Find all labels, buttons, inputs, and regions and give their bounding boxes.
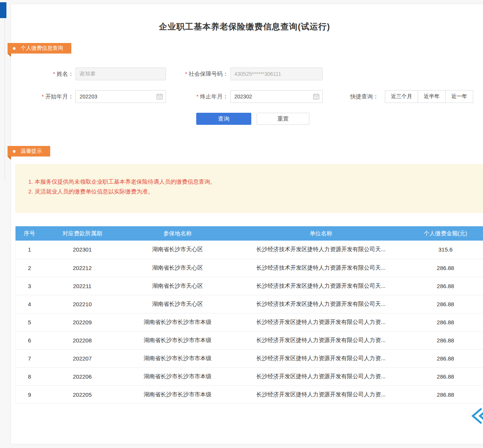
table-cell: 1 [15, 241, 44, 259]
section-badge-label: 个人缴费信息查询 [21, 45, 63, 52]
table-row: 6202208湖南省长沙市长沙市市本级长沙经济开发区捷特人力资源开发有限公司人力… [15, 331, 483, 349]
table-cell: 长沙经济开发区捷特人力资源开发有限公司人力资... [234, 367, 408, 385]
table-cell: 湖南省长沙市天心区 [121, 259, 234, 277]
double-chevron-left-icon[interactable] [470, 407, 483, 425]
table-cell: 2 [15, 259, 44, 277]
quick-last-half-year-button[interactable]: 近半年 [418, 90, 446, 103]
required-marker: * [185, 71, 187, 77]
table-cell: 湖南省长沙市长沙市市本级 [121, 367, 234, 385]
table-cell: 286.88 [408, 367, 483, 385]
table-cell: 3 [15, 277, 44, 295]
table-header-cell: 序号 [15, 226, 44, 241]
table-cell: 286.88 [408, 331, 483, 349]
table-row: 9202205湖南省长沙市长沙市市本级长沙经济开发区捷特人力资源开发有限公司人力… [15, 385, 483, 404]
end-month-label-text: 终止年月： [200, 93, 228, 100]
badge-bullet-icon [13, 47, 15, 50]
table-cell: 长沙经济技术开发区捷特人力资源开发有限公司天... [234, 295, 408, 313]
table-cell: 202206 [44, 367, 121, 385]
payment-table: 序号对应费款所属期参保地名称单位名称个人缴费金额(元) 1202301湖南省长沙… [15, 226, 483, 404]
table-cell: 湖南省长沙市天心区 [121, 277, 234, 295]
table-header-cell: 个人缴费金额(元) [408, 226, 483, 241]
table-cell: 5 [15, 313, 44, 331]
end-month-label: *终止年月： [166, 90, 228, 103]
required-marker: * [42, 94, 44, 100]
table-row: 2202212湖南省长沙市天心区长沙经济技术开发区捷特人力资源开发有限公司天..… [15, 259, 483, 277]
tip-line: 2. 灵活就业人员的缴费单位信息以实际缴费为准。 [28, 187, 483, 196]
table-cell: 8 [15, 367, 44, 385]
calendar-icon[interactable] [156, 93, 163, 100]
section-badge-label: 温馨提示 [21, 148, 42, 155]
start-month-input[interactable] [75, 90, 166, 103]
table-cell: 7 [15, 349, 44, 367]
table-header-cell: 对应费款所属期 [44, 226, 121, 241]
table-cell: 202211 [44, 277, 121, 295]
table-cell: 湖南省长沙市长沙市市本级 [121, 349, 234, 367]
table-row: 1202301湖南省长沙市天心区长沙经济技术开发区捷特人力资源开发有限公司天..… [15, 241, 483, 259]
quick-query-group: 近三个月 近半年 近一年 [385, 90, 473, 103]
start-month-label: *开始年月： [32, 90, 74, 103]
table-cell: 202205 [44, 385, 121, 404]
ssn-label-text: 社会保障号码： [189, 71, 228, 77]
page: 企业职工基本养老保险缴费信息查询(试运行) 个人缴费信息查询 *姓名： *社会保… [0, 0, 483, 448]
badge-bullet-icon [13, 150, 15, 153]
required-marker: * [53, 71, 55, 77]
table-cell: 湖南省长沙市长沙市市本级 [121, 313, 234, 331]
name-label: *姓名： [32, 68, 74, 80]
table-row: 4202210湖南省长沙市天心区长沙经济技术开发区捷特人力资源开发有限公司天..… [15, 295, 483, 313]
table-cell: 286.88 [408, 349, 483, 367]
start-month-label-text: 开始年月： [45, 93, 74, 100]
table-cell: 4 [15, 295, 44, 313]
ssn-label: *社会保障号码： [166, 68, 228, 80]
sidebar-edge-marker [0, 2, 6, 18]
query-button[interactable]: 查询 [196, 113, 251, 125]
table-row: 7202207湖南省长沙市长沙市市本级长沙经济开发区捷特人力资源开发有限公司人力… [15, 349, 483, 367]
table-cell: 湖南省长沙市长沙市市本级 [121, 385, 234, 404]
end-month-input[interactable] [230, 90, 323, 103]
table-row: 5202209湖南省长沙市长沙市市本级长沙经济开发区捷特人力资源开发有限公司人力… [15, 313, 483, 331]
table-cell: 286.88 [408, 385, 483, 404]
table-cell: 6 [15, 331, 44, 349]
tip-line: 1. 本服务仅提供尚未领取企业职工基本养老保险待遇人员的缴费信息查询。 [28, 164, 483, 187]
table-cell: 长沙经济开发区捷特人力资源开发有限公司人力资... [234, 331, 408, 349]
table-cell: 长沙经济技术开发区捷特人力资源开发有限公司天... [234, 277, 408, 295]
table-row: 8202206湖南省长沙市长沙市市本级长沙经济开发区捷特人力资源开发有限公司人力… [15, 367, 483, 385]
quick-last-3-months-button[interactable]: 近三个月 [385, 90, 418, 103]
table-header-cell: 单位名称 [234, 226, 408, 241]
table-cell: 长沙经济开发区捷特人力资源开发有限公司人力资... [234, 385, 408, 404]
quick-query-label: 快捷查询： [350, 90, 383, 103]
ssn-input[interactable] [230, 68, 323, 80]
table-cell: 286.88 [408, 277, 483, 295]
quick-last-year-button[interactable]: 近一年 [445, 90, 473, 103]
table-cell: 长沙经济技术开发区捷特人力资源开发有限公司天... [234, 241, 408, 259]
tips-box: 1. 本服务仅提供尚未领取企业职工基本养老保险待遇人员的缴费信息查询。 2. 灵… [15, 164, 483, 213]
table-cell: 202209 [44, 313, 121, 331]
table-cell: 湖南省长沙市长沙市市本级 [121, 331, 234, 349]
reset-button[interactable]: 重置 [257, 113, 309, 125]
name-input[interactable] [75, 68, 166, 80]
table-cell: 286.88 [408, 295, 483, 313]
section-badge-tips: 温馨提示 [8, 146, 50, 156]
table-row: 3202211湖南省长沙市天心区长沙经济技术开发区捷特人力资源开发有限公司天..… [15, 277, 483, 295]
table-cell: 202212 [44, 259, 121, 277]
table-cell: 286.88 [408, 313, 483, 331]
calendar-icon[interactable] [313, 93, 320, 100]
table-cell: 长沙经济开发区捷特人力资源开发有限公司人力资... [234, 313, 408, 331]
table-cell: 286.88 [408, 259, 483, 277]
name-label-text: 姓名： [57, 71, 74, 77]
table-cell: 202301 [44, 241, 121, 259]
page-title: 企业职工基本养老保险缴费信息查询(试运行) [11, 21, 478, 32]
table-cell: 202207 [44, 349, 121, 367]
table-cell: 长沙经济技术开发区捷特人力资源开发有限公司天... [234, 259, 408, 277]
table-cell: 315.6 [408, 241, 483, 259]
section-badge-personal-query: 个人缴费信息查询 [8, 43, 71, 54]
table-cell: 202210 [44, 295, 121, 313]
table-header-cell: 参保地名称 [121, 226, 234, 241]
table-cell: 长沙经济开发区捷特人力资源开发有限公司人力资... [234, 349, 408, 367]
table-cell: 202208 [44, 331, 121, 349]
table-cell: 9 [15, 385, 44, 404]
required-marker: * [197, 94, 198, 100]
left-divider [5, 18, 5, 180]
table-cell: 湖南省长沙市天心区 [121, 241, 234, 259]
table-cell: 湖南省长沙市天心区 [121, 295, 234, 313]
table-header-row: 序号对应费款所属期参保地名称单位名称个人缴费金额(元) [15, 226, 483, 241]
